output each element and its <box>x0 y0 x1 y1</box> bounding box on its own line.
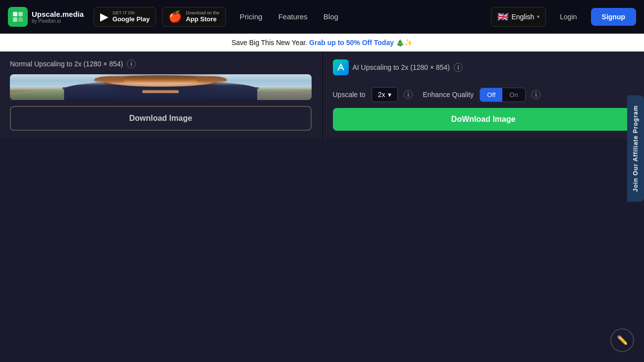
right-info-icon[interactable]: ℹ <box>454 63 463 72</box>
promo-link[interactable]: Grab up to 50% Off Today 🎄✨ <box>309 39 413 47</box>
left-panel-header: Normal Upscaling to 2x (1280 × 854) ℹ <box>10 59 312 68</box>
right-download-button[interactable]: DoWnload Image <box>333 108 635 131</box>
chat-icon: ✏️ <box>617 335 628 346</box>
right-panel-title: AI Upscaling to 2x (1280 × 854) <box>353 63 450 71</box>
panels-wrapper: Normal Upscaling to 2x (1280 × 854) ℹ <box>0 52 644 139</box>
chat-bubble[interactable]: ✏️ <box>610 328 634 352</box>
scale-dropdown[interactable]: 2x ▾ <box>372 87 398 102</box>
right-panel-header: AI Upscaling to 2x (1280 × 854) ℹ <box>333 59 635 75</box>
svg-rect-1 <box>18 12 23 16</box>
chevron-down-icon: ▾ <box>537 14 539 19</box>
navbar: Upscale.media by Pixelbin.io ▶ GET IT ON… <box>0 0 644 34</box>
affiliate-sidebar[interactable]: Join Our Affiliate Program <box>627 96 644 202</box>
enhance-on-button[interactable]: On <box>502 88 525 102</box>
google-play-icon: ▶ <box>100 10 108 23</box>
nav-right: 🇬🇧 English ▾ Login Signup <box>491 7 636 27</box>
google-play-large-text: Google Play <box>112 15 150 23</box>
right-panel-controls: Upscale to 2x ▾ ℹ Enhance Quality Off On… <box>333 87 635 102</box>
svg-rect-3 <box>18 17 23 22</box>
left-download-button[interactable]: Download Image <box>10 106 312 131</box>
enhance-info-icon[interactable]: ℹ <box>532 90 540 99</box>
language-label: English <box>511 13 534 21</box>
language-selector[interactable]: 🇬🇧 English ▾ <box>491 7 546 27</box>
login-button[interactable]: Login <box>552 9 585 25</box>
nav-link-features[interactable]: Features <box>278 12 308 21</box>
svg-rect-2 <box>13 17 17 22</box>
signup-button[interactable]: Signup <box>591 8 636 26</box>
ai-badge-icon <box>333 59 349 75</box>
enhance-off-button[interactable]: Off <box>480 88 502 102</box>
promo-text: Save Big This New Year. <box>231 39 307 47</box>
enhance-toggle-group: Off On <box>480 88 525 102</box>
left-info-icon[interactable]: ℹ <box>127 59 136 68</box>
enhance-label: Enhance Quality <box>423 91 474 99</box>
promo-banner: Save Big This New Year. Grab up to 50% O… <box>0 34 644 52</box>
nav-links: Pricing Features Blog <box>240 12 485 21</box>
dropdown-chevron-icon: ▾ <box>388 91 391 99</box>
scale-value: 2x <box>378 91 385 99</box>
right-panel: AI Upscaling to 2x (1280 × 854) ℹ <box>323 52 644 139</box>
app-store-badge[interactable]: 🍎 Download on the App Store <box>162 7 226 27</box>
left-panel: Normal Upscaling to 2x (1280 × 854) ℹ <box>0 52 322 139</box>
logo-text: Upscale.media <box>32 10 84 18</box>
app-store-large-text: App Store <box>186 15 219 23</box>
logo-area[interactable]: Upscale.media by Pixelbin.io <box>8 7 84 27</box>
nav-link-blog[interactable]: Blog <box>323 12 338 21</box>
google-play-badge[interactable]: ▶ GET IT ON Google Play <box>94 7 156 27</box>
scale-info-icon[interactable]: ℹ <box>404 90 413 99</box>
apple-icon: 🍎 <box>168 10 182 23</box>
google-play-small-text: GET IT ON <box>112 10 150 15</box>
logo-icon <box>8 7 28 27</box>
app-store-small-text: Download on the <box>186 10 219 15</box>
left-panel-title: Normal Upscaling to 2x (1280 × 854) <box>10 60 123 68</box>
logo-subtext: by Pixelbin.io <box>32 18 84 24</box>
svg-rect-0 <box>13 12 17 16</box>
left-image-container <box>10 74 312 100</box>
left-portrait-image <box>10 74 312 100</box>
nav-link-pricing[interactable]: Pricing <box>240 12 263 21</box>
flag-icon: 🇬🇧 <box>497 11 508 22</box>
upscale-label: Upscale to <box>333 91 366 99</box>
